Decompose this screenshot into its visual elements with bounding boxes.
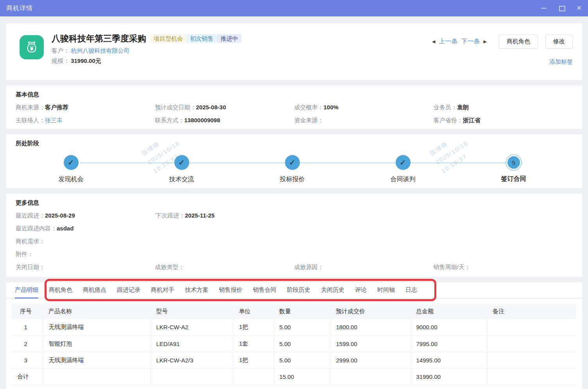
info-row: 附件： [16, 250, 573, 258]
stage-circle-done: ✓ [285, 155, 300, 170]
tab-销售报价[interactable]: 销售报价 [219, 282, 242, 298]
field-value: 100% [324, 104, 339, 111]
field-label: 最近跟进： [16, 212, 45, 219]
maximize-icon[interactable] [559, 5, 565, 11]
stage-circle-done: ✓ [64, 155, 79, 170]
tab-商机对手[interactable]: 商机对手 [151, 282, 174, 298]
table-header-row: 序号产品名称型号单位数量预计成交价总金额备注 [12, 303, 576, 319]
table-cell: 9000.00 [411, 319, 487, 335]
tab-技术方案[interactable]: 技术方案 [185, 282, 208, 298]
table-cell: 无线测温终端 [43, 319, 151, 335]
customer-link[interactable]: 杭州八骏科技有限公司 [71, 47, 129, 54]
tab-时间轴[interactable]: 时间轴 [377, 282, 395, 298]
minimize-icon[interactable] [541, 5, 547, 11]
table-cell: 1把 [233, 352, 274, 368]
product-table: 序号产品名称型号单位数量预计成交价总金额备注1无线测温终端LKR-CW-A21把… [12, 303, 576, 385]
info-field: 预计成交日期：2025-08-30 [155, 103, 294, 111]
field-label: 商机需求： [16, 238, 45, 244]
table-cell: 1599.00 [330, 335, 411, 352]
table-cell: 1套 [233, 335, 274, 352]
stage-step-label: 签订合同 [458, 175, 569, 183]
customer-label: 客户： [52, 47, 69, 54]
opportunity-header: 八骏科技年第三季度采购 项目型机会初次销售推进中 客户： 杭州八骏科技有限公司 … [6, 23, 582, 80]
check-icon: ✓ [178, 158, 185, 167]
prev-arrow-icon[interactable]: ◀ [432, 39, 435, 44]
info-field: 关闭日期： [16, 263, 155, 271]
add-tag-link[interactable]: 添加标签 [549, 58, 573, 65]
tab-日志[interactable]: 日志 [405, 282, 417, 298]
opportunity-role-button[interactable]: 商机角色 [499, 34, 538, 49]
stage-step[interactable]: ✓技术交流 [126, 151, 237, 184]
info-field: 商机来源：客户推荐 [16, 103, 155, 111]
stage-circle-current: 5 [507, 156, 520, 169]
table-row: 2智能灯泡LED/A911套5.001599.007995.00 [12, 335, 576, 352]
table-cell: 无线测温终端 [43, 352, 151, 368]
header-tags: 项目型机会初次销售推进中 [150, 35, 242, 43]
info-field: 下次跟进：2025-11-25 [156, 212, 296, 219]
table-cell: 31990.00 [411, 368, 487, 385]
table-cell: 5.00 [274, 352, 330, 368]
stage-step[interactable]: 5签订合同 [458, 151, 569, 184]
field-value: asdad [57, 225, 74, 232]
table-cell [487, 368, 576, 385]
table-cell: 14995.00 [411, 352, 487, 368]
column-header: 产品名称 [43, 303, 151, 319]
table-cell: 3 [12, 352, 43, 368]
column-header: 预计成交价 [330, 303, 411, 319]
field-label: 成败类型： [155, 264, 184, 270]
tab-销售合同[interactable]: 销售合同 [253, 282, 276, 298]
detail-tabbar: 产品明细商机角色商机痛点跟进记录商机对手技术方案销售报价销售合同阶段历史关闭历史… [6, 282, 582, 299]
column-header: 总金额 [411, 303, 487, 319]
more-info-grid: 最近跟进：2025-08-29下次跟进：2025-11-25最近跟进内容：asd… [16, 212, 573, 277]
info-row: 成败说明： [16, 276, 573, 277]
edit-button[interactable]: 修改 [545, 34, 573, 49]
stage-step[interactable]: ✓合同谈判 [348, 151, 458, 184]
table-cell [233, 368, 274, 385]
field-value: 2025-11-25 [185, 212, 215, 219]
stage-step-label: 合同谈判 [348, 175, 458, 184]
table-cell: 5.00 [274, 319, 330, 335]
table-cell: 2 [12, 335, 43, 352]
table-cell: 智能灯泡 [43, 335, 151, 352]
tab-评论[interactable]: 评论 [355, 282, 367, 298]
info-field: 主联络人：张三丰 [16, 116, 155, 124]
table-total-row: 合计15.0031990.00 [12, 368, 576, 385]
tab-商机角色[interactable]: 商机角色 [49, 282, 72, 298]
field-label: 预计成交日期： [155, 104, 196, 111]
more-info-title: 更多信息 [16, 199, 573, 207]
tab-商机痛点[interactable]: 商机痛点 [83, 282, 106, 298]
scale-label: 规模： [52, 57, 69, 64]
table-cell [330, 368, 411, 385]
tab-阶段历史[interactable]: 阶段历史 [287, 282, 310, 298]
table-row: 1无线测温终端LKR-CW-A21把5.001800.009000.00 [12, 319, 576, 335]
status-tag: 项目型机会 [150, 34, 186, 43]
close-icon[interactable]: ✕ [577, 5, 582, 11]
table-cell: 5.00 [274, 335, 330, 352]
info-field: 成败类型： [155, 263, 294, 271]
window-titlebar: 商机详情 ✕ [0, 0, 588, 16]
table-cell: 1800.00 [330, 319, 411, 335]
tab-产品明细[interactable]: 产品明细 [15, 282, 38, 298]
table-cell [487, 335, 576, 352]
table-cell [43, 368, 151, 385]
check-icon: ✓ [400, 158, 406, 167]
stage-step[interactable]: ✓投标报价 [237, 151, 348, 184]
table-cell: LED/A91 [151, 335, 233, 352]
tab-跟进记录[interactable]: 跟进记录 [117, 282, 140, 298]
next-arrow-icon[interactable]: ▶ [484, 39, 487, 44]
tab-关闭历史[interactable]: 关闭历史 [321, 282, 344, 298]
field-value-link[interactable]: 张三丰 [45, 117, 63, 123]
prev-record-link[interactable]: 上一条 [439, 37, 458, 46]
stage-step[interactable]: ✓发现机会 [16, 151, 126, 184]
field-label: 附件： [16, 251, 33, 257]
info-field: 最近跟进内容：asdad [16, 225, 156, 232]
scale-value: 31990.00元 [71, 57, 101, 64]
field-value: 浙江省 [463, 117, 480, 123]
next-record-link[interactable]: 下一条 [461, 37, 480, 46]
opportunity-title: 八骏科技年第三季度采购 [52, 33, 146, 45]
basic-info-title: 基本信息 [16, 91, 573, 98]
info-field: 客户省份：浙江省 [434, 116, 573, 124]
field-label: 成败说明： [16, 277, 45, 277]
field-label: 资金来源： [294, 117, 324, 123]
field-label: 销售周期/天： [434, 264, 470, 270]
